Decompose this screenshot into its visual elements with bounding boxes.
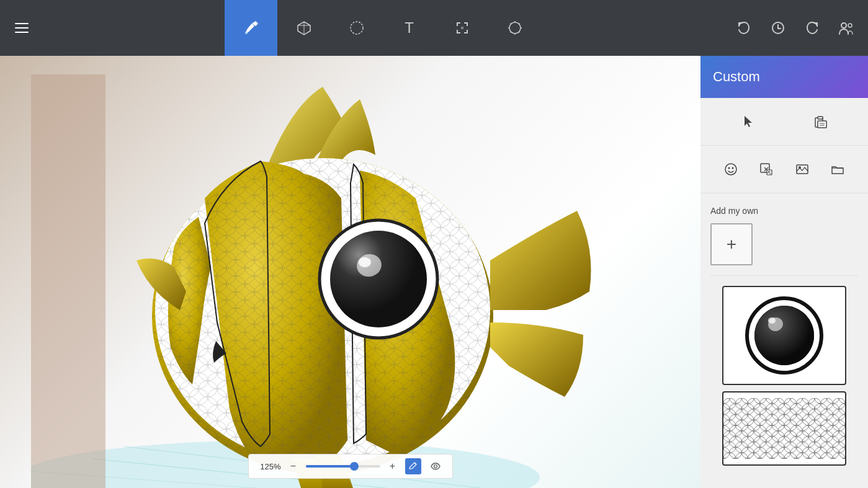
- svg-line-9: [519, 32, 520, 33]
- scales-sticker-preview: [723, 397, 845, 459]
- svg-point-28: [152, 158, 493, 474]
- tool-group: T: [37, 0, 728, 56]
- brush-tool-button[interactable]: [225, 0, 277, 56]
- svg-rect-25: [31, 74, 105, 488]
- panel-icons-row1: [700, 98, 868, 146]
- undo-button[interactable]: [728, 0, 759, 56]
- sticker-eye-item[interactable]: [722, 286, 846, 385]
- zoom-slider-fill: [306, 465, 354, 468]
- svg-point-13: [841, 23, 846, 28]
- zoom-out-button[interactable]: −: [287, 461, 300, 472]
- sticker-grid: [710, 286, 858, 466]
- eye-icon: [431, 463, 441, 470]
- image-icon: [795, 162, 809, 176]
- redo-button[interactable]: [797, 0, 828, 56]
- panel-title: Custom: [713, 69, 760, 85]
- redo-icon: [805, 20, 820, 35]
- text-tool-button[interactable]: T: [383, 0, 436, 56]
- paste-icon: [813, 115, 827, 128]
- stickers-icon: [724, 162, 738, 176]
- zoom-percent-label: 125%: [257, 462, 281, 471]
- panel-icons-row2: [700, 146, 868, 193]
- zoom-eye-button[interactable]: [427, 458, 444, 474]
- panel-divider: [710, 275, 858, 276]
- resize-icon: [454, 20, 470, 36]
- zoom-edit-button[interactable]: [405, 458, 421, 474]
- svg-point-46: [799, 166, 801, 169]
- 3d-shape-icon: [296, 20, 312, 36]
- svg-line-10: [519, 24, 520, 25]
- toolbar-right: [728, 0, 862, 56]
- brush-icon: [243, 20, 259, 36]
- 3d-shape-tool-button[interactable]: [277, 0, 330, 56]
- texture-edit-icon: [759, 162, 773, 176]
- pencil-icon: [409, 462, 418, 471]
- svg-point-33: [434, 465, 437, 468]
- svg-point-51: [768, 317, 776, 324]
- add-my-own-button[interactable]: +: [710, 223, 753, 265]
- texture-edit-button[interactable]: [754, 157, 779, 182]
- zoom-bar: 125% − +: [248, 454, 453, 479]
- eye-sticker-preview: [741, 292, 828, 379]
- paste-tool-button[interactable]: [808, 109, 833, 134]
- right-panel: Custom: [700, 56, 868, 488]
- canvas-area[interactable]: 125% − +: [0, 56, 700, 488]
- svg-point-14: [848, 24, 852, 27]
- select-tool-button[interactable]: [330, 0, 383, 56]
- fish-canvas: [31, 74, 651, 488]
- svg-point-41: [732, 167, 733, 169]
- zoom-slider-thumb[interactable]: [350, 462, 359, 471]
- add-my-own-label: Add my own: [710, 206, 858, 216]
- select-icon: [349, 20, 365, 36]
- effects-icon: [507, 20, 523, 36]
- svg-point-40: [728, 167, 730, 169]
- panel-content: Add my own +: [700, 193, 868, 488]
- svg-rect-36: [818, 121, 826, 128]
- stickers-button[interactable]: [718, 157, 743, 182]
- svg-point-39: [725, 164, 736, 175]
- svg-rect-2: [461, 27, 463, 29]
- toolbar: T: [0, 0, 868, 56]
- plus-icon: +: [727, 234, 736, 254]
- svg-point-44: [769, 171, 770, 172]
- menu-button[interactable]: [6, 0, 37, 56]
- svg-rect-35: [818, 117, 823, 119]
- svg-line-11: [510, 32, 511, 33]
- cursor-icon: [742, 115, 756, 128]
- svg-point-0: [245, 32, 248, 34]
- svg-point-30: [330, 231, 427, 327]
- image-button[interactable]: [790, 157, 815, 182]
- hamburger-icon: [15, 23, 29, 33]
- history-icon: [771, 20, 785, 35]
- svg-rect-57: [723, 398, 845, 459]
- svg-point-32: [359, 257, 371, 267]
- history-button[interactable]: [763, 0, 794, 56]
- folder-button[interactable]: [825, 157, 850, 182]
- zoom-in-button[interactable]: +: [387, 461, 399, 472]
- undo-icon: [736, 20, 751, 35]
- cursor-tool-button[interactable]: [736, 109, 761, 134]
- text-icon: T: [405, 19, 414, 37]
- collab-button[interactable]: [831, 0, 862, 56]
- collab-icon: [838, 20, 854, 35]
- svg-line-8: [510, 24, 511, 25]
- zoom-slider-track[interactable]: [306, 465, 380, 468]
- svg-point-49: [754, 306, 814, 365]
- folder-icon: [831, 162, 844, 176]
- panel-header: Custom: [700, 56, 868, 98]
- sticker-scales-item[interactable]: [722, 391, 846, 466]
- effects-tool-button[interactable]: [488, 0, 541, 56]
- resize-tool-button[interactable]: [436, 0, 488, 56]
- svg-point-1: [351, 22, 363, 34]
